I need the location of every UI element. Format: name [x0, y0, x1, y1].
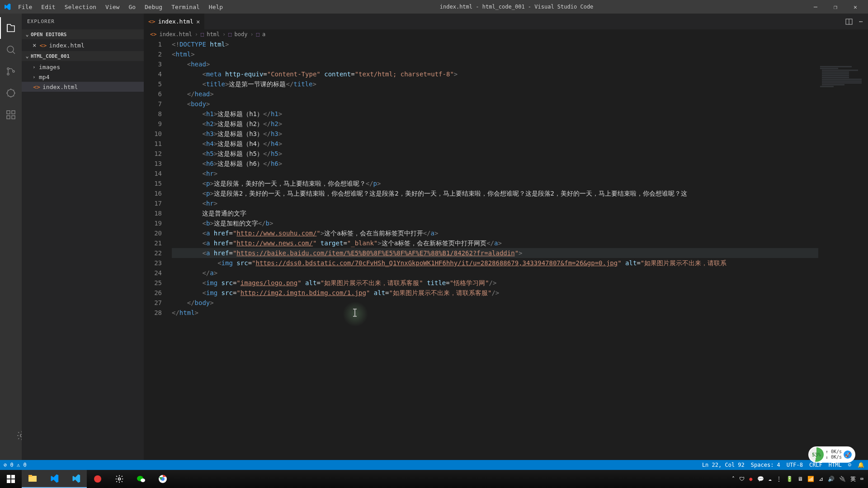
tray-more-icon[interactable]: ⋮: [776, 476, 782, 482]
tab-index-html[interactable]: <>index.html×: [144, 14, 205, 29]
status-encoding[interactable]: UTF-8: [787, 462, 803, 468]
tree-folder-mp4[interactable]: ›mp4: [22, 72, 144, 82]
menu-selection[interactable]: Selection: [61, 2, 100, 12]
tray-wechat-icon[interactable]: 💬: [757, 476, 764, 482]
taskbar-settings-icon[interactable]: [108, 470, 130, 488]
menu-bar: File Edit Selection View Go Debug Termin…: [14, 2, 226, 12]
maximize-button[interactable]: ❐: [826, 4, 844, 10]
menu-edit[interactable]: Edit: [38, 2, 59, 12]
svg-rect-7: [7, 116, 10, 119]
editor-area: <>index.html× ⋯ <>index.html› ⬚html› ⬚bo…: [144, 14, 868, 470]
start-button[interactable]: [0, 470, 22, 488]
tree-folder-images[interactable]: ›images: [22, 62, 144, 72]
taskbar-vscode2-icon[interactable]: [65, 470, 87, 488]
svg-rect-11: [7, 475, 10, 479]
sidebar: EXPLORER ⌄OPEN EDITORS ×<>index.html ⌄HT…: [22, 14, 144, 470]
status-lang[interactable]: HTML: [829, 462, 842, 468]
element-icon: ⬚: [228, 31, 231, 38]
close-icon[interactable]: ×: [33, 42, 36, 49]
status-bar: ⊘ 0 ⚠ 0 Ln 22, Col 92 Spaces: 4 UTF-8 CR…: [0, 460, 868, 470]
svg-rect-13: [7, 479, 10, 483]
svg-rect-6: [12, 111, 15, 114]
tree-file-index[interactable]: <>index.html: [22, 82, 144, 92]
menu-file[interactable]: File: [14, 2, 36, 12]
taskbar-chrome-icon[interactable]: [152, 470, 174, 488]
tray-cloud-icon[interactable]: ☁: [769, 476, 772, 482]
tray-wifi-icon[interactable]: ⊿: [819, 476, 823, 482]
status-spaces[interactable]: Spaces: 4: [751, 462, 780, 468]
svg-point-18: [118, 478, 121, 480]
windows-taskbar: ˄ 🛡 ● 💬 ☁ ⋮ 🔋 🖥 📶 ⊿ 🔊 🔌 英 ⌨: [0, 470, 868, 488]
window-title: index.html - html_code_001 - Visual Stud…: [226, 4, 807, 10]
code-editor[interactable]: 1234567891011121314151617181920212223242…: [144, 39, 868, 470]
source-control-icon[interactable]: [0, 61, 22, 82]
minimap[interactable]: [818, 65, 862, 110]
perf-upload: ↑ 0K/s: [826, 449, 842, 455]
html-file-icon: <>: [150, 31, 156, 38]
line-gutter: 1234567891011121314151617181920212223242…: [144, 39, 170, 470]
status-eol[interactable]: CRLF: [809, 462, 822, 468]
menu-help[interactable]: Help: [205, 2, 226, 12]
tray-volume-icon[interactable]: 🔊: [828, 476, 835, 482]
status-errors[interactable]: ⊘ 0 ⚠ 0: [4, 462, 27, 468]
minimize-button[interactable]: ─: [807, 4, 825, 10]
debug-icon[interactable]: [0, 82, 22, 104]
tray-record-icon[interactable]: ●: [749, 476, 752, 482]
svg-rect-8: [12, 116, 15, 119]
svg-point-3: [13, 70, 14, 72]
tray-security-icon[interactable]: 🛡: [739, 476, 745, 482]
activity-bar: 1: [0, 14, 22, 470]
perf-rocket-icon[interactable]: 🚀: [844, 450, 852, 459]
sidebar-header: EXPLORER: [22, 14, 144, 29]
folder-section[interactable]: ⌄HTML_CODE_001: [22, 51, 144, 61]
open-editors-section[interactable]: ⌄OPEN EDITORS: [22, 29, 144, 39]
status-bell-icon[interactable]: 🔔: [858, 462, 864, 468]
cursor-highlight: [343, 301, 368, 327]
system-tray[interactable]: ˄ 🛡 ● 💬 ☁ ⋮ 🔋 🖥 📶 ⊿ 🔊 🔌 英 ⌨: [727, 475, 868, 483]
performance-widget[interactable]: 53% ↑ 0K/s ↓ 0K/s 🚀: [808, 446, 855, 463]
status-ln-col[interactable]: Ln 22, Col 92: [702, 462, 745, 468]
tray-battery-icon[interactable]: 🔋: [786, 476, 793, 482]
menu-go[interactable]: Go: [125, 2, 139, 12]
status-feedback-icon[interactable]: ☺: [848, 462, 851, 468]
titlebar: File Edit Selection View Go Debug Termin…: [0, 0, 868, 14]
tray-up-icon[interactable]: ˄: [732, 476, 735, 482]
svg-point-2: [7, 73, 9, 75]
taskbar-vscode-icon[interactable]: [43, 470, 65, 488]
svg-point-4: [7, 89, 14, 97]
text-cursor-icon: [354, 309, 355, 317]
tab-bar: <>index.html× ⋯: [144, 14, 868, 29]
tray-keyboard-icon[interactable]: ⌨: [860, 476, 863, 482]
close-icon[interactable]: ×: [196, 18, 200, 25]
explorer-icon[interactable]: [0, 17, 22, 39]
svg-point-17: [94, 475, 101, 483]
search-icon[interactable]: [0, 39, 22, 61]
svg-rect-14: [11, 479, 15, 483]
close-button[interactable]: ✕: [846, 4, 864, 10]
svg-point-0: [7, 46, 14, 52]
tray-monitor-icon[interactable]: 🖥: [797, 476, 803, 482]
code-lines[interactable]: <!DOCTYPE html><html> <head> <meta http-…: [172, 39, 818, 470]
tray-ime[interactable]: 英: [850, 475, 856, 483]
taskbar-explorer-icon[interactable]: [22, 470, 43, 488]
extensions-icon[interactable]: [0, 104, 22, 126]
open-editor-item[interactable]: ×<>index.html: [22, 40, 144, 50]
taskbar-wechat-icon[interactable]: [130, 470, 152, 488]
menu-debug[interactable]: Debug: [141, 2, 166, 12]
svg-rect-12: [11, 475, 15, 479]
svg-rect-5: [7, 111, 10, 114]
element-icon: ⬚: [256, 31, 259, 38]
menu-terminal[interactable]: Terminal: [168, 2, 203, 12]
tray-network-icon[interactable]: 📶: [807, 476, 814, 482]
element-icon: ⬚: [201, 31, 204, 38]
vscode-logo-icon: [4, 3, 11, 10]
more-actions-icon[interactable]: ⋯: [859, 18, 863, 25]
perf-percent: 53%: [809, 447, 824, 462]
html-file-icon: <>: [148, 18, 156, 25]
svg-point-1: [7, 68, 9, 70]
split-editor-icon[interactable]: [845, 18, 853, 25]
taskbar-record-icon[interactable]: [87, 470, 108, 488]
tray-power-icon[interactable]: 🔌: [839, 476, 846, 482]
menu-view[interactable]: View: [102, 2, 123, 12]
breadcrumb[interactable]: <>index.html› ⬚html› ⬚body› ⬚a: [144, 29, 868, 39]
